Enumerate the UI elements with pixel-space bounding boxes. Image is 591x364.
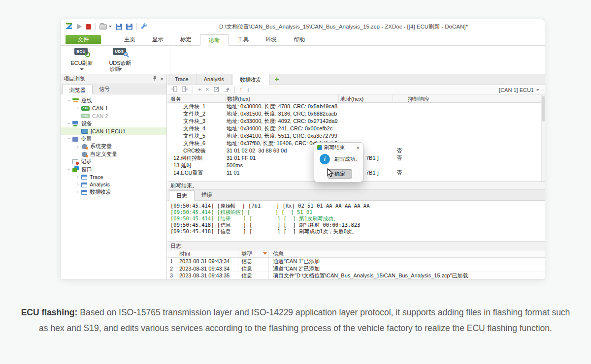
project-tree: ›总线 ›CANCAN 1 CANCAN 2 ›设备 [CAN 1] ECU1 … (61, 94, 166, 196)
app-window: D:\文档位置\CAN_Bus_Analysis_15\CAN_Bus_Anal… (60, 19, 545, 280)
save-icon[interactable] (116, 24, 122, 30)
device-selector[interactable]: [CAN 1] ECU1 (499, 87, 541, 93)
scrollbar-thumb[interactable] (542, 96, 545, 121)
tab-display[interactable]: 显示 (144, 34, 172, 45)
add-icon[interactable]: + (197, 87, 201, 93)
project-browser-panel: 项目浏览 × 浏览器 信号 ›总线 ›CANCAN 1 CANCAN 2 ›设备… (61, 74, 167, 279)
chevron-expanded-icon[interactable]: › (66, 97, 71, 104)
tree-item-analysis[interactable]: ›Analysis (61, 181, 166, 189)
filter-icon[interactable] (263, 252, 267, 255)
clear-icon[interactable] (224, 86, 230, 93)
col-header-data[interactable]: 数据(hex) (225, 95, 338, 102)
move-down-icon[interactable]: ↓ (247, 87, 250, 93)
tree-item-system-variables[interactable]: ›系统变量 (61, 143, 166, 151)
tree-item-data-transceive[interactable]: ›数据收发 (61, 188, 166, 196)
window-folder-icon (72, 166, 79, 173)
chevron-expanded-icon[interactable]: › (66, 120, 71, 127)
col-header-suppress[interactable]: 抑制响应 (393, 95, 541, 102)
col-header-time[interactable]: 时间 (175, 250, 238, 257)
log-line: [09:50:45.418] [信息 ] [ ] [ ] 刷写耗时 00:00:… (170, 222, 545, 228)
col-header-address[interactable]: 地址(hex) (338, 95, 393, 102)
suppress-cell (393, 140, 541, 147)
tab-calibration[interactable]: 标定 (172, 34, 200, 45)
close-icon[interactable]: × (357, 145, 360, 151)
tree-item-bus[interactable]: ›总线 (61, 97, 166, 105)
chevron-collapsed-icon[interactable]: › (74, 175, 81, 180)
dialog-app-icon (317, 145, 322, 150)
tree-item-devices[interactable]: ›设备 (61, 120, 166, 128)
tree-item-custom-variables[interactable]: 自定义变量 (61, 151, 166, 158)
table-row[interactable]: 文件块_2地址: 0x31500, 长度: 3136, CRC: 0x6882c… (167, 110, 541, 118)
suppress-cell (393, 125, 541, 132)
col-header-type[interactable]: 类型 (238, 250, 269, 257)
open-folder-icon[interactable] (99, 24, 107, 30)
service-cell: 文件块_4 (167, 125, 225, 132)
tab-help[interactable]: 帮助 (285, 34, 313, 45)
chevron-collapsed-icon[interactable]: › (74, 144, 81, 149)
tab-home[interactable]: 主页 (116, 34, 144, 45)
edit-icon[interactable] (214, 86, 220, 93)
dialog-title-bar[interactable]: 刷写结束 × (314, 143, 363, 151)
chevron-expanded-icon[interactable]: › (66, 135, 71, 142)
log-view[interactable]: [09:50:45.414] [原始帧 ] [7b1 ] [Rx] 02 51 … (167, 201, 545, 242)
pin-icon[interactable] (152, 76, 157, 82)
journal-row[interactable]: 32023-08-31 09:43:35信息项目文件"D:\文档位置\CAN_B… (167, 272, 545, 279)
tab-error[interactable]: 错误 (195, 190, 219, 200)
export-icon[interactable] (182, 86, 188, 93)
panel-title: 项目浏览 (64, 75, 85, 83)
journal-table: 时间 类型 信息 12023-08-31 09:43:34信息通道"CAN 1"… (167, 250, 545, 279)
tree-item-can2[interactable]: CANCAN 2 (61, 112, 166, 120)
doc-tab-trace[interactable]: Trace (167, 74, 197, 85)
window-icon (81, 190, 87, 195)
tab-browser[interactable]: 浏览器 (63, 85, 93, 94)
open-folder-caret-icon[interactable] (109, 26, 112, 28)
addr-cell (338, 125, 393, 132)
chevron-collapsed-icon[interactable]: › (74, 106, 81, 111)
tree-item-windows[interactable]: ›窗口 (61, 166, 166, 174)
tab-diagnosis[interactable]: 诊断 (200, 34, 229, 46)
quick-access-toolbar (66, 22, 147, 31)
close-icon[interactable]: × (160, 76, 164, 82)
table-row[interactable]: 文件块_1地址: 0x30000, 长度: 4788, CRC: 0x5ab49… (167, 103, 541, 110)
table-row[interactable]: 文件块_4地址: 0x34000, 长度: 241, CRC: 0x00cefb… (167, 125, 541, 132)
table-row[interactable]: 文件块_5地址: 0x34100, 长度: 5511, CRC: 0xa3e72… (167, 132, 541, 140)
tab-log[interactable]: 日志 (169, 190, 195, 201)
tab-environment[interactable]: 环境 (257, 34, 285, 45)
tree-item-ecu1[interactable]: [CAN 1] ECU1 (61, 127, 166, 135)
info-cell: 项目文件"D:\文档位置\CAN_Bus_Analysis_15\CAN_Bus… (269, 272, 545, 279)
chevron-expanded-icon[interactable]: › (66, 166, 71, 173)
save-all-icon[interactable] (126, 24, 132, 30)
data-cell: 地址: 0x34100, 长度: 5511, CRC: 0xa3e72799 (225, 132, 338, 140)
vertical-scrollbar[interactable] (541, 95, 545, 182)
import-icon[interactable] (171, 86, 177, 93)
stop-icon[interactable] (86, 24, 91, 30)
col-header-info[interactable]: 信息 (269, 250, 545, 257)
delete-icon[interactable]: × (205, 87, 209, 93)
tree-item-can1[interactable]: ›CANCAN 1 (61, 105, 166, 113)
tree-item-record[interactable]: 记录 (61, 158, 166, 166)
window-icon (81, 175, 87, 180)
journal-row[interactable]: 22023-08-31 09:43:34信息通道"CAN 2"已添加 (167, 265, 545, 273)
tree-item-trace[interactable]: ›Trace (61, 173, 166, 181)
journal-row[interactable]: 12023-08-31 09:43:34信息通道"CAN 1"已添加 (167, 258, 545, 265)
tab-signal[interactable]: 信号 (93, 84, 116, 94)
wrench-icon[interactable] (141, 22, 147, 31)
add-tab-button[interactable]: + (269, 74, 285, 85)
chevron-collapsed-icon[interactable]: › (74, 182, 81, 187)
doc-tab-analysis[interactable]: Analysis (197, 74, 232, 85)
mouse-cursor-icon (327, 168, 334, 180)
tree-label: 系统变量 (90, 143, 112, 150)
tree-label: 自定义变量 (90, 151, 117, 158)
col-header-service[interactable]: 服务 (167, 95, 225, 102)
doc-tab-data-transceive[interactable]: 数据收发 (232, 74, 269, 85)
log-line: [09:50:45.418] [信息 ] [ ] [ ] 刷写成功1次，失败0次… (170, 228, 545, 235)
chevron-collapsed-icon[interactable]: › (74, 190, 81, 195)
tab-tools[interactable]: 工具 (229, 34, 257, 45)
move-up-icon[interactable]: ↑ (239, 87, 242, 93)
record-icon (72, 159, 78, 164)
play-icon[interactable] (77, 24, 82, 30)
log-line: [09:50:45.414] [积极响应] [ ] [ ] 51 01 (170, 209, 545, 215)
tree-item-variables[interactable]: ›变量 (61, 135, 166, 143)
table-row[interactable]: 文件块_3地址: 0x33000, 长度: 4092, CRC: 0x27142… (167, 118, 541, 125)
file-menu-button[interactable]: 文件 (66, 35, 101, 44)
